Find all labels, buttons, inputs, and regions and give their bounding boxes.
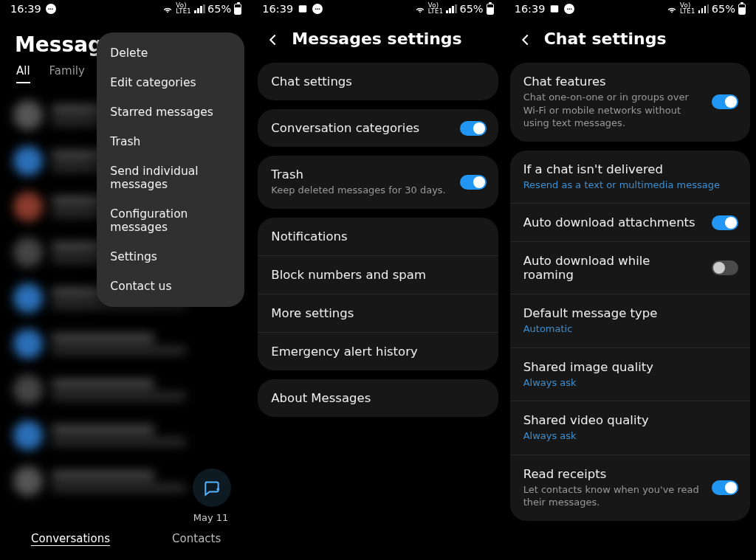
menu-send-individual[interactable]: Send individual messages <box>97 156 244 199</box>
signal-icon <box>194 4 205 13</box>
wifi-icon <box>667 4 677 14</box>
toggle-conversation-categories[interactable] <box>460 121 487 136</box>
toggle-auto-download[interactable] <box>712 215 738 230</box>
status-time: 16:39 <box>262 3 293 15</box>
status-bar: 16:39 ⋯ Vo)LTE1 65% <box>0 0 252 16</box>
menu-contact-us[interactable]: Contact us <box>97 272 244 301</box>
status-app-icon: ⋯ <box>312 4 323 14</box>
setting-trash[interactable]: Trash Keep deleted messages for 30 days. <box>258 156 498 209</box>
setting-notifications[interactable]: Notifications <box>258 218 498 255</box>
signal-icon <box>698 4 709 13</box>
toggle-chat-features[interactable] <box>712 94 738 109</box>
back-button[interactable] <box>518 32 532 46</box>
list-item[interactable] <box>9 367 243 412</box>
setting-block-spam[interactable]: Block numbers and spam <box>258 255 498 294</box>
setting-default-msg-type[interactable]: Default message type Automatic <box>510 294 750 348</box>
setting-chat-features[interactable]: Chat features Chat one-on-one or in grou… <box>510 63 750 142</box>
avatar <box>13 466 43 496</box>
nav-contacts[interactable]: Contacts <box>172 532 221 545</box>
svg-rect-1 <box>551 5 559 12</box>
setting-chat-settings[interactable]: Chat settings <box>258 63 498 100</box>
battery-icon <box>487 4 494 15</box>
compose-icon <box>202 478 221 497</box>
tab-all[interactable]: All <box>16 64 30 83</box>
volte-icon: Vo)LTE1 <box>680 3 695 14</box>
svg-rect-0 <box>299 5 307 12</box>
battery-icon <box>234 4 241 15</box>
battery-icon <box>738 4 746 15</box>
setting-emergency-alert[interactable]: Emergency alert history <box>258 332 498 370</box>
volte-icon: Vo)LTE1 <box>176 3 191 14</box>
status-img-icon <box>549 4 560 14</box>
bottom-nav: Conversations Contacts <box>0 522 252 560</box>
setting-video-quality[interactable]: Shared video quality Always ask <box>510 401 750 454</box>
page-title: Chat settings <box>544 30 667 48</box>
setting-conversation-categories[interactable]: Conversation categories <box>258 109 498 147</box>
battery-percent: 65% <box>207 3 231 15</box>
status-app-icon: ⋯ <box>46 4 56 14</box>
volte-icon: Vo)LTE1 <box>428 3 444 14</box>
menu-edit-categories[interactable]: Edit categories <box>97 68 244 97</box>
status-time: 16:39 <box>10 3 41 15</box>
tab-family[interactable]: Family <box>49 64 85 83</box>
chevron-left-icon <box>518 32 534 48</box>
wifi-icon <box>415 4 425 14</box>
avatar <box>13 329 43 359</box>
list-item[interactable] <box>9 321 243 367</box>
menu-settings[interactable]: Settings <box>97 242 244 272</box>
list-item[interactable] <box>9 412 243 458</box>
status-bar: 16:39 ⋯ Vo)LTE1 65% <box>504 0 756 16</box>
setting-not-delivered[interactable]: If a chat isn't delivered Resend as a te… <box>510 151 750 204</box>
wifi-icon <box>162 4 173 14</box>
status-bar: 16:39 ⋯ Vo)LTE1 65% <box>252 0 504 16</box>
toggle-read-receipts[interactable] <box>712 480 738 495</box>
avatar <box>13 192 43 221</box>
toggle-trash[interactable] <box>460 175 487 190</box>
setting-auto-download[interactable]: Auto download attachments <box>510 203 750 241</box>
setting-image-quality[interactable]: Shared image quality Always ask <box>510 348 750 401</box>
avatar <box>13 283 43 313</box>
menu-starred[interactable]: Starred messages <box>97 97 244 127</box>
avatar <box>13 100 43 130</box>
signal-icon <box>446 4 456 13</box>
status-img-icon <box>298 4 308 14</box>
status-time: 16:39 <box>515 3 546 15</box>
avatar <box>13 375 43 404</box>
page-title: Messages settings <box>292 30 461 48</box>
battery-percent: 65% <box>459 3 483 15</box>
setting-about[interactable]: About Messages <box>258 379 498 417</box>
setting-read-receipts[interactable]: Read receipts Let contacts know when you… <box>510 454 750 521</box>
chevron-left-icon <box>265 32 281 48</box>
toggle-roaming[interactable] <box>712 260 738 275</box>
avatar <box>13 421 43 450</box>
overflow-menu: Delete Edit categories Starred messages … <box>97 32 244 307</box>
battery-percent: 65% <box>712 3 735 15</box>
status-app-icon: ⋯ <box>564 4 574 14</box>
avatar <box>13 238 43 267</box>
setting-more[interactable]: More settings <box>258 294 498 332</box>
avatar <box>13 146 43 176</box>
setting-auto-download-roaming[interactable]: Auto download while roaming <box>510 241 750 294</box>
compose-button[interactable] <box>193 469 231 507</box>
back-button[interactable] <box>265 32 280 46</box>
menu-delete[interactable]: Delete <box>97 38 244 68</box>
menu-configuration[interactable]: Configuration messages <box>97 199 244 242</box>
menu-trash[interactable]: Trash <box>97 127 244 156</box>
nav-conversations[interactable]: Conversations <box>31 532 110 545</box>
